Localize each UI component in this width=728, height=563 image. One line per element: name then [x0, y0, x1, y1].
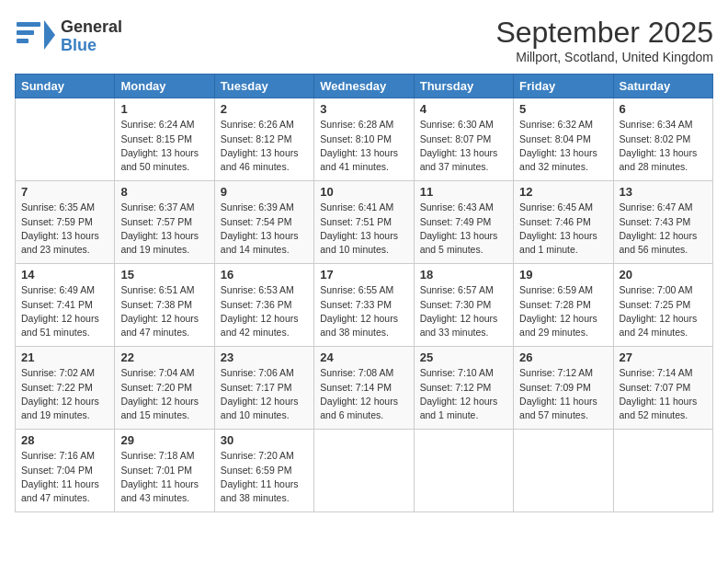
svg-rect-2	[17, 39, 28, 43]
calendar-cell: 29Sunrise: 7:18 AM Sunset: 7:01 PM Dayli…	[115, 430, 214, 512]
calendar-week-row: 28Sunrise: 7:16 AM Sunset: 7:04 PM Dayli…	[16, 430, 713, 512]
calendar-cell: 5Sunrise: 6:32 AM Sunset: 8:04 PM Daylig…	[514, 98, 613, 181]
calendar-cell: 9Sunrise: 6:39 AM Sunset: 7:54 PM Daylig…	[214, 181, 313, 264]
calendar-cell: 15Sunrise: 6:51 AM Sunset: 7:38 PM Dayli…	[115, 264, 214, 347]
calendar-cell: 23Sunrise: 7:06 AM Sunset: 7:17 PM Dayli…	[214, 347, 313, 430]
calendar-cell: 24Sunrise: 7:08 AM Sunset: 7:14 PM Dayli…	[314, 347, 414, 430]
day-detail: Sunrise: 7:00 AM Sunset: 7:25 PM Dayligh…	[620, 283, 707, 339]
calendar-header-wednesday: Wednesday	[314, 75, 414, 98]
day-number: 23	[221, 350, 308, 364]
day-detail: Sunrise: 6:30 AM Sunset: 8:07 PM Dayligh…	[420, 118, 507, 174]
day-number: 11	[420, 185, 507, 199]
day-detail: Sunrise: 6:57 AM Sunset: 7:30 PM Dayligh…	[420, 283, 507, 339]
day-number: 20	[620, 268, 707, 282]
day-number: 2	[221, 102, 308, 116]
day-detail: Sunrise: 7:08 AM Sunset: 7:14 PM Dayligh…	[320, 366, 407, 422]
calendar-week-row: 21Sunrise: 7:02 AM Sunset: 7:22 PM Dayli…	[16, 347, 713, 430]
calendar-cell: 20Sunrise: 7:00 AM Sunset: 7:25 PM Dayli…	[613, 264, 712, 347]
day-number: 30	[221, 433, 308, 447]
calendar-cell: 21Sunrise: 7:02 AM Sunset: 7:22 PM Dayli…	[16, 347, 115, 430]
day-detail: Sunrise: 6:26 AM Sunset: 8:12 PM Dayligh…	[221, 118, 308, 174]
day-detail: Sunrise: 6:28 AM Sunset: 8:10 PM Dayligh…	[320, 118, 407, 174]
calendar-cell: 7Sunrise: 6:35 AM Sunset: 7:59 PM Daylig…	[16, 181, 115, 264]
day-detail: Sunrise: 6:34 AM Sunset: 8:02 PM Dayligh…	[620, 118, 707, 174]
day-detail: Sunrise: 6:37 AM Sunset: 7:57 PM Dayligh…	[120, 201, 208, 257]
day-detail: Sunrise: 7:20 AM Sunset: 6:59 PM Dayligh…	[221, 449, 308, 505]
day-detail: Sunrise: 6:32 AM Sunset: 8:04 PM Dayligh…	[519, 118, 607, 174]
day-number: 17	[320, 268, 407, 282]
day-number: 1	[120, 102, 208, 116]
calendar-header-saturday: Saturday	[613, 75, 712, 98]
calendar-cell: 2Sunrise: 6:26 AM Sunset: 8:12 PM Daylig…	[214, 98, 313, 181]
day-number: 8	[120, 185, 208, 199]
calendar-cell	[613, 430, 712, 512]
page-header: General Blue September 2025 Millport, Sc…	[15, 15, 713, 64]
day-number: 19	[519, 268, 607, 282]
calendar-header-thursday: Thursday	[414, 75, 513, 98]
calendar-cell: 11Sunrise: 6:43 AM Sunset: 7:49 PM Dayli…	[414, 181, 513, 264]
calendar-header-tuesday: Tuesday	[214, 75, 313, 98]
day-number: 5	[519, 102, 607, 116]
day-number: 27	[620, 350, 707, 364]
calendar-cell: 26Sunrise: 7:12 AM Sunset: 7:09 PM Dayli…	[514, 347, 613, 430]
logo-icon	[15, 15, 55, 59]
calendar-cell: 25Sunrise: 7:10 AM Sunset: 7:12 PM Dayli…	[414, 347, 513, 430]
calendar-cell: 4Sunrise: 6:30 AM Sunset: 8:07 PM Daylig…	[414, 98, 513, 181]
calendar-week-row: 1Sunrise: 6:24 AM Sunset: 8:15 PM Daylig…	[16, 98, 713, 181]
calendar-cell	[514, 430, 613, 512]
day-detail: Sunrise: 6:55 AM Sunset: 7:33 PM Dayligh…	[320, 283, 407, 339]
day-number: 10	[320, 185, 407, 199]
day-number: 12	[519, 185, 607, 199]
calendar-cell: 6Sunrise: 6:34 AM Sunset: 8:02 PM Daylig…	[613, 98, 712, 181]
day-detail: Sunrise: 6:41 AM Sunset: 7:51 PM Dayligh…	[320, 201, 407, 257]
calendar-cell: 19Sunrise: 6:59 AM Sunset: 7:28 PM Dayli…	[514, 264, 613, 347]
day-detail: Sunrise: 6:51 AM Sunset: 7:38 PM Dayligh…	[120, 283, 208, 339]
calendar-cell	[16, 98, 115, 181]
calendar-week-row: 7Sunrise: 6:35 AM Sunset: 7:59 PM Daylig…	[16, 181, 713, 264]
day-detail: Sunrise: 6:47 AM Sunset: 7:43 PM Dayligh…	[620, 201, 707, 257]
svg-marker-3	[44, 20, 55, 50]
calendar-cell: 27Sunrise: 7:14 AM Sunset: 7:07 PM Dayli…	[613, 347, 712, 430]
day-detail: Sunrise: 6:24 AM Sunset: 8:15 PM Dayligh…	[120, 118, 208, 174]
day-detail: Sunrise: 7:18 AM Sunset: 7:01 PM Dayligh…	[120, 449, 208, 505]
calendar-cell: 12Sunrise: 6:45 AM Sunset: 7:46 PM Dayli…	[514, 181, 613, 264]
svg-rect-1	[17, 30, 34, 35]
day-number: 24	[320, 350, 407, 364]
calendar-header-row: SundayMondayTuesdayWednesdayThursdayFrid…	[16, 75, 713, 98]
day-number: 3	[320, 102, 407, 116]
calendar-cell: 13Sunrise: 6:47 AM Sunset: 7:43 PM Dayli…	[613, 181, 712, 264]
day-number: 15	[120, 268, 208, 282]
calendar-cell: 17Sunrise: 6:55 AM Sunset: 7:33 PM Dayli…	[314, 264, 414, 347]
day-number: 26	[519, 350, 607, 364]
day-detail: Sunrise: 7:04 AM Sunset: 7:20 PM Dayligh…	[120, 366, 208, 422]
calendar-cell: 28Sunrise: 7:16 AM Sunset: 7:04 PM Dayli…	[16, 430, 115, 512]
day-detail: Sunrise: 6:39 AM Sunset: 7:54 PM Dayligh…	[221, 201, 308, 257]
logo-text: General Blue	[61, 18, 122, 55]
day-detail: Sunrise: 7:12 AM Sunset: 7:09 PM Dayligh…	[519, 366, 607, 422]
day-number: 13	[620, 185, 707, 199]
calendar-cell: 22Sunrise: 7:04 AM Sunset: 7:20 PM Dayli…	[115, 347, 214, 430]
calendar-table: SundayMondayTuesdayWednesdayThursdayFrid…	[15, 74, 713, 512]
day-detail: Sunrise: 7:02 AM Sunset: 7:22 PM Dayligh…	[21, 366, 108, 422]
calendar-cell: 16Sunrise: 6:53 AM Sunset: 7:36 PM Dayli…	[214, 264, 313, 347]
calendar-cell: 3Sunrise: 6:28 AM Sunset: 8:10 PM Daylig…	[314, 98, 414, 181]
title-area: September 2025 Millport, Scotland, Unite…	[495, 15, 713, 64]
day-number: 29	[120, 433, 208, 447]
day-number: 18	[420, 268, 507, 282]
day-detail: Sunrise: 6:59 AM Sunset: 7:28 PM Dayligh…	[519, 283, 607, 339]
calendar-header-monday: Monday	[115, 75, 214, 98]
day-detail: Sunrise: 7:14 AM Sunset: 7:07 PM Dayligh…	[620, 366, 707, 422]
calendar-cell	[414, 430, 513, 512]
day-number: 21	[21, 350, 108, 364]
day-number: 28	[21, 433, 108, 447]
day-number: 25	[420, 350, 507, 364]
calendar-cell: 14Sunrise: 6:49 AM Sunset: 7:41 PM Dayli…	[16, 264, 115, 347]
day-number: 22	[120, 350, 208, 364]
calendar-header-sunday: Sunday	[16, 75, 115, 98]
day-number: 6	[620, 102, 707, 116]
logo: General Blue	[15, 15, 122, 59]
day-number: 9	[221, 185, 308, 199]
day-detail: Sunrise: 6:49 AM Sunset: 7:41 PM Dayligh…	[21, 283, 108, 339]
day-detail: Sunrise: 6:43 AM Sunset: 7:49 PM Dayligh…	[420, 201, 507, 257]
page-subtitle: Millport, Scotland, United Kingdom	[495, 50, 713, 64]
